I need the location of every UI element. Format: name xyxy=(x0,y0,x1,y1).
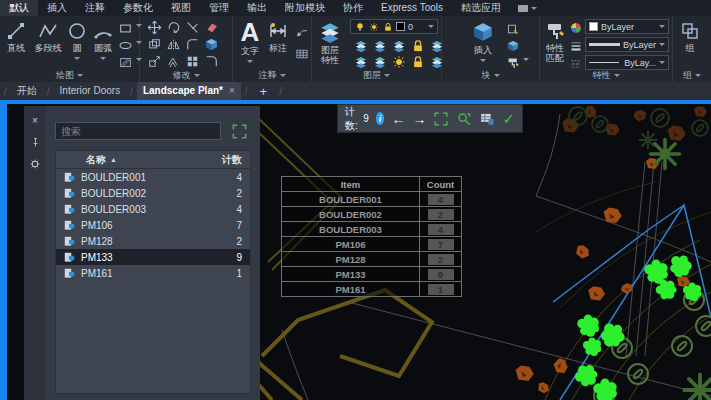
explode-tool-button[interactable] xyxy=(203,37,220,52)
close-palette-icon[interactable]: × xyxy=(28,114,42,126)
hatch-tool-button[interactable] xyxy=(117,55,142,70)
leader-tool-button[interactable] xyxy=(293,24,310,39)
panel-label-annotate[interactable]: 注释 xyxy=(233,69,311,81)
line-tool-button[interactable]: 直线 xyxy=(3,20,29,53)
edit-attributes-button[interactable] xyxy=(504,21,521,36)
layer-properties-button[interactable]: 图层 特性 xyxy=(314,20,346,65)
circle-tool-button[interactable]: 圆 xyxy=(66,20,88,63)
rectangle-icon xyxy=(117,21,134,36)
polyline-tool-button[interactable]: 多段线 xyxy=(31,20,65,53)
ribbon-tab-insert[interactable]: 插入 xyxy=(38,0,76,16)
lineweight-icon[interactable] xyxy=(567,38,584,53)
auto-hide-pin-icon[interactable] xyxy=(28,136,42,148)
ribbon-tab-featured-apps[interactable]: 精选应用 xyxy=(452,0,510,16)
layer-unlock-tool[interactable] xyxy=(409,54,426,69)
panel-label-properties[interactable]: 特性 xyxy=(540,69,672,81)
dimension-tool-button[interactable]: 标注 xyxy=(265,20,291,53)
panel-label-block[interactable]: 块 xyxy=(442,69,539,81)
layer-isolate-tool[interactable] xyxy=(371,38,388,53)
stretch-tool-button[interactable] xyxy=(146,54,163,69)
block-editor-button[interactable] xyxy=(504,55,529,70)
count-field: 4 xyxy=(428,194,454,205)
select-counted-objects-button[interactable] xyxy=(433,111,449,127)
panel-label-modify[interactable]: 修改 xyxy=(140,69,232,81)
ribbon-display-toggle[interactable] xyxy=(510,0,545,16)
array-tool-button[interactable] xyxy=(184,54,201,69)
layer-freeze-tool[interactable] xyxy=(390,38,407,53)
list-item[interactable]: BOULDER0014 xyxy=(56,169,250,185)
active-document-left-border xyxy=(0,104,7,400)
ribbon-tab-view[interactable]: 视图 xyxy=(162,0,200,16)
ribbon-tab-home[interactable]: 默认 xyxy=(0,0,38,16)
copy-tool-button[interactable] xyxy=(146,37,163,52)
table-row: PM1611 xyxy=(282,282,462,297)
text-tool-button[interactable]: A 文字 xyxy=(237,19,263,66)
panel-properties: 特性 匹配 ByLayer ByLayer ByLay... 特性 xyxy=(540,16,673,82)
list-item[interactable]: PM1067 xyxy=(56,217,250,233)
ribbon-tab-output[interactable]: 输出 xyxy=(238,0,276,16)
match-properties-button[interactable]: 特性 匹配 xyxy=(542,20,568,63)
ribbon-tab-collaborate[interactable]: 协作 xyxy=(334,0,372,16)
ellipse-tool-button[interactable] xyxy=(117,38,142,53)
table-tool-button[interactable] xyxy=(293,46,310,61)
layer-dropdown[interactable]: 0 xyxy=(350,19,438,34)
arc-tool-button[interactable]: 圆弧 xyxy=(90,20,116,63)
file-tab-landscape-plan[interactable]: Landscape Plan* × xyxy=(137,82,241,100)
table-row: BOULDER0022 xyxy=(282,207,462,222)
count-in-area-button[interactable] xyxy=(231,123,248,140)
erase-tool-button[interactable] xyxy=(203,20,220,35)
ribbon-tab-express-tools[interactable]: Express Tools xyxy=(372,0,452,16)
chevron-down-icon xyxy=(480,59,486,65)
offset-tool-button[interactable] xyxy=(203,54,220,69)
create-block-button[interactable] xyxy=(504,38,521,53)
chevron-down-icon xyxy=(77,74,83,80)
layer-unisolate-tool[interactable] xyxy=(371,54,388,69)
ribbon-tab-parametric[interactable]: 参数化 xyxy=(114,0,162,16)
scale-tool-button[interactable] xyxy=(165,54,182,69)
panel-label-layers[interactable]: 图层 xyxy=(312,69,441,81)
lineweight-dropdown[interactable]: ByLayer xyxy=(585,37,669,52)
panel-label-group[interactable]: 组 xyxy=(673,69,711,81)
object-color-dropdown[interactable]: ByLayer xyxy=(585,19,669,34)
file-tab-interior-doors[interactable]: Interior Doors xyxy=(54,82,127,100)
trim-tool-button[interactable] xyxy=(184,20,201,35)
ribbon-tab-addins[interactable]: 附加模块 xyxy=(276,0,334,16)
insert-block-button[interactable]: 插入 xyxy=(468,20,498,65)
list-item[interactable]: PM1611 xyxy=(56,265,250,281)
zoom-to-selection-button[interactable] xyxy=(456,111,472,127)
list-item[interactable]: PM1282 xyxy=(56,233,250,249)
count-field: 2 xyxy=(428,209,454,220)
list-item[interactable]: BOULDER0022 xyxy=(56,185,250,201)
list-header[interactable]: 名称 ▲ 计数 xyxy=(56,151,250,169)
close-tab-icon[interactable]: × xyxy=(229,82,235,100)
rotate-tool-button[interactable] xyxy=(165,20,182,35)
group-button[interactable]: 组 xyxy=(677,20,703,53)
ribbon-tab-annotate[interactable]: 注释 xyxy=(76,0,114,16)
move-tool-button[interactable] xyxy=(146,20,163,35)
search-input[interactable] xyxy=(55,122,221,140)
ribbon-tab-manage[interactable]: 管理 xyxy=(200,0,238,16)
layer-off-tool[interactable] xyxy=(352,38,369,53)
fillet-tool-button[interactable] xyxy=(184,37,201,52)
block-icon xyxy=(62,235,77,248)
rectangle-tool-button[interactable] xyxy=(117,21,142,36)
list-item-selected[interactable]: PM1339 xyxy=(56,249,250,265)
previous-instance-button[interactable]: ← xyxy=(391,112,405,126)
layer-on-tool[interactable] xyxy=(352,54,369,69)
new-tab-button[interactable]: + xyxy=(252,84,276,99)
line-icon xyxy=(5,20,27,42)
layer-thaw-all-tool[interactable] xyxy=(390,54,407,69)
finish-count-button[interactable]: ✓ xyxy=(502,110,515,128)
sort-ascending-icon: ▲ xyxy=(110,156,117,163)
insert-count-field-button[interactable] xyxy=(479,111,495,127)
color-wheel-icon[interactable] xyxy=(567,20,584,35)
file-tab-start[interactable]: 开始 xyxy=(11,82,43,100)
list-item[interactable]: BOULDER0034 xyxy=(56,201,250,217)
palette-settings-gear-icon[interactable] xyxy=(28,158,42,170)
drawing-area[interactable]: Item Count BOULDER0014 BOULDER0022 BOULD… xyxy=(0,104,711,400)
mirror-tool-button[interactable] xyxy=(165,37,182,52)
panel-label-draw[interactable]: 绘图 xyxy=(0,69,139,81)
layer-lock-tool[interactable] xyxy=(409,38,426,53)
next-instance-button[interactable]: → xyxy=(412,112,426,126)
info-icon[interactable]: i xyxy=(376,112,385,125)
